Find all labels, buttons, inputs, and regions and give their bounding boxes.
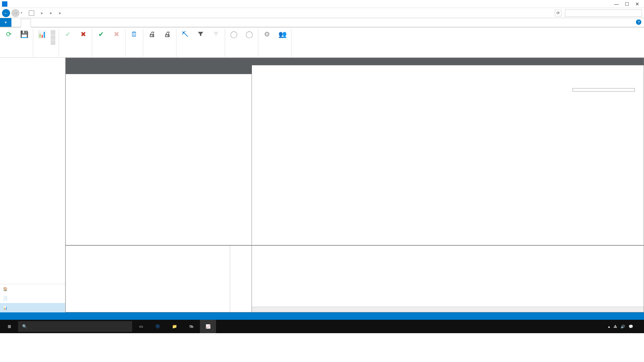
chevron-right-icon: ▶	[41, 11, 43, 15]
deactivate-filter-button[interactable]	[209, 29, 223, 40]
history-dropdown-icon[interactable]: ▼	[20, 11, 23, 14]
network-icon[interactable]: 🖧	[613, 324, 617, 328]
histogram-resource-label	[66, 246, 230, 312]
app-icon	[2, 1, 7, 7]
show-weekends-button[interactable]: ✔	[61, 29, 74, 40]
horizontal-scrollbar[interactable]	[252, 307, 644, 312]
help-icon[interactable]: ?	[636, 19, 641, 25]
volume-icon[interactable]: 🔊	[621, 324, 625, 329]
edge-icon[interactable]: ⓔ	[150, 320, 166, 333]
status-bar	[0, 312, 644, 320]
maximize-button[interactable]: ☐	[625, 1, 629, 7]
month-header	[252, 58, 644, 65]
store-icon[interactable]: 🛍	[183, 320, 199, 333]
highlight-resource-skills-button[interactable]: 👥	[276, 29, 289, 40]
address-icon	[29, 10, 34, 16]
departments-icon: 📊	[3, 305, 8, 310]
save-data-button[interactable]: 💾	[17, 29, 31, 40]
scheduler	[65, 58, 644, 312]
resources-header	[66, 58, 252, 74]
navigation-sidebar: 🏠 📄 📊	[0, 58, 65, 312]
tray-icon[interactable]: ▴	[608, 324, 610, 329]
windows-search-input[interactable]: 🔍	[18, 321, 132, 332]
sidebar-link-home[interactable]: 🏠	[0, 284, 65, 294]
minimize-button[interactable]: —	[614, 1, 619, 7]
task-view-button[interactable]: ▭	[133, 320, 149, 333]
close-button[interactable]: ✕	[635, 1, 639, 7]
nav-app-icon[interactable]: 📈	[200, 320, 216, 333]
tab-home[interactable]	[11, 18, 21, 27]
task-tooltip	[573, 88, 635, 92]
back-button[interactable]: ←	[2, 9, 10, 17]
print-preview-button[interactable]: 🖨	[161, 29, 174, 40]
navbar: ← → ▼ ▶ ▶ ▶ ⟳	[0, 8, 644, 18]
forward-button[interactable]: →	[11, 9, 19, 17]
titlebar: — ☐ ✕	[0, 0, 644, 8]
action-center-icon[interactable]: 💬	[629, 324, 633, 329]
file-tab[interactable]: ▼	[0, 18, 11, 27]
tab-actions[interactable]	[21, 19, 31, 27]
hide-empty-job-tasks-button[interactable]: ◯	[243, 29, 256, 40]
activate-filter-button[interactable]	[194, 29, 207, 40]
file-explorer-icon[interactable]: 📁	[166, 320, 182, 333]
sidebar-link-posted-documents[interactable]: 📄	[0, 294, 65, 303]
document-icon: 📄	[3, 296, 8, 301]
reload-data-button[interactable]: ⟳	[2, 29, 15, 40]
show-postings-button[interactable]: ✔	[94, 29, 108, 40]
configure-filter-button[interactable]: ⛏	[178, 29, 192, 40]
ribbon: ⟳ 💾 📊 ✔ ✖ ✔ ✖ 🗓	[0, 27, 644, 58]
posting-problems-view-button[interactable]	[51, 40, 57, 45]
ribbon-tabs: ▼ ?	[0, 18, 644, 27]
windows-taskbar: ⊞ 🔍 ▭ ⓔ 📁 🛍 📈 ▴ 🖧 🔊 💬	[0, 320, 644, 333]
resource-view-button[interactable]	[51, 30, 57, 35]
search-input[interactable]	[565, 9, 642, 17]
job-view-button[interactable]: 📊	[35, 29, 49, 40]
histogram-view-button[interactable]	[51, 35, 57, 40]
hide-postings-button[interactable]: ✖	[110, 29, 123, 40]
start-button[interactable]: ⊞	[1, 320, 17, 333]
chevron-right-icon: ▶	[50, 11, 52, 15]
hide-weekends-button[interactable]: ✖	[76, 29, 90, 40]
setup-button[interactable]: ⚙	[260, 29, 274, 40]
sidebar-link-departments[interactable]: 📊	[0, 303, 65, 312]
home-icon: 🏠	[3, 286, 8, 292]
show-all-job-tasks-button[interactable]: ◯	[227, 29, 240, 40]
print-button[interactable]: 🖨	[145, 29, 159, 40]
refresh-button[interactable]: ⟳	[555, 10, 561, 16]
chevron-right-icon: ▶	[59, 11, 61, 15]
fit-into-view-button[interactable]: 🗓	[127, 29, 141, 40]
